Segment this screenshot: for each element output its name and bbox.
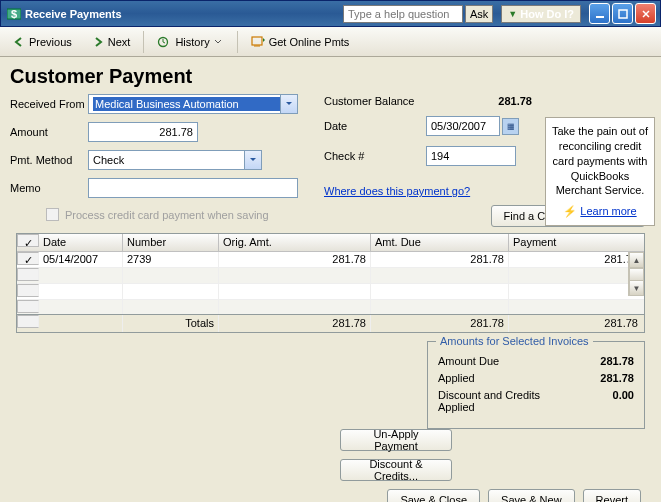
calendar-icon[interactable]: ▦ xyxy=(502,118,519,135)
customer-balance-label: Customer Balance xyxy=(324,95,426,107)
table-row[interactable] xyxy=(17,300,644,315)
save-close-button[interactable]: Save & Close xyxy=(387,489,480,502)
header-orig-amt[interactable]: Orig. Amt. xyxy=(219,234,371,251)
save-new-button[interactable]: Save & New xyxy=(488,489,575,502)
chevron-down-icon[interactable] xyxy=(280,95,297,113)
header-date[interactable]: Date xyxy=(39,234,123,251)
previous-button[interactable]: Previous xyxy=(4,30,81,54)
discount-applied-value: 0.00 xyxy=(613,389,634,413)
customer-balance-value: 281.78 xyxy=(426,95,536,107)
minimize-button[interactable] xyxy=(589,3,610,24)
totals-label: Totals xyxy=(123,315,219,332)
svg-rect-3 xyxy=(619,10,627,18)
help-search-input[interactable] xyxy=(343,5,463,23)
date-input[interactable] xyxy=(426,116,500,136)
get-online-pmts-button[interactable]: Get Online Pmts xyxy=(242,30,359,54)
maximize-button[interactable] xyxy=(612,3,633,24)
totals-payment: 281.78 xyxy=(509,315,644,332)
selected-invoices-legend: Amounts for Selected Invoices xyxy=(436,335,593,347)
page-title: Customer Payment xyxy=(10,65,651,88)
chevron-down-icon xyxy=(214,39,224,45)
where-payment-go-link[interactable]: Where does this payment go? xyxy=(324,185,536,197)
svg-rect-7 xyxy=(252,37,262,45)
chevron-down-icon: ▼ xyxy=(508,9,517,19)
svg-rect-2 xyxy=(596,16,604,18)
totals-orig: 281.78 xyxy=(219,315,371,332)
next-button[interactable]: Next xyxy=(83,30,140,54)
process-cc-label: Process credit card payment when saving xyxy=(65,209,269,221)
header-number[interactable]: Number xyxy=(123,234,219,251)
check-no-label: Check # xyxy=(324,150,426,162)
pmt-method-label: Pmt. Method xyxy=(10,154,88,166)
history-button[interactable]: History xyxy=(148,30,232,54)
memo-input[interactable] xyxy=(88,178,298,198)
chevron-down-icon[interactable] xyxy=(244,151,261,169)
check-no-input[interactable] xyxy=(426,146,516,166)
header-check[interactable]: ✓ xyxy=(17,234,39,247)
pmt-method-combo[interactable]: Check xyxy=(88,150,262,170)
amount-input[interactable] xyxy=(88,122,198,142)
table-row[interactable] xyxy=(17,284,644,300)
table-row[interactable] xyxy=(17,268,644,284)
received-from-label: Received From xyxy=(10,98,88,110)
promo-panel: Take the pain out of reconciling credit … xyxy=(545,117,655,226)
how-do-i-dropdown[interactable]: ▼ How Do I? xyxy=(501,5,581,23)
date-label: Date xyxy=(324,120,426,132)
applied-value: 281.78 xyxy=(600,372,634,384)
close-button[interactable] xyxy=(635,3,656,24)
totals-due: 281.78 xyxy=(371,315,509,332)
svg-text:$: $ xyxy=(11,8,17,20)
scroll-up-icon[interactable]: ▲ xyxy=(629,252,644,268)
discount-credits-button[interactable]: Discount & Credits... xyxy=(340,459,452,481)
amount-label: Amount xyxy=(10,126,88,138)
grid-scrollbar[interactable]: ▲ ▼ xyxy=(628,252,644,296)
un-apply-payment-button[interactable]: Un-Apply Payment xyxy=(340,429,452,451)
header-amt-due[interactable]: Amt. Due xyxy=(371,234,509,251)
process-cc-checkbox xyxy=(46,208,59,221)
arrow-right-icon xyxy=(92,36,104,48)
window-title: Receive Payments xyxy=(25,8,122,20)
online-pmts-icon xyxy=(251,36,265,48)
receive-payments-icon: $ xyxy=(7,7,21,21)
amount-due-value: 281.78 xyxy=(600,355,634,367)
scroll-down-icon[interactable]: ▼ xyxy=(629,280,644,296)
header-payment[interactable]: Payment xyxy=(509,234,644,251)
learn-more-link[interactable]: Learn more xyxy=(580,204,636,219)
received-from-combo[interactable]: Medical Business Automation xyxy=(88,94,298,114)
invoice-grid[interactable]: ✓ Date Number Orig. Amt. Amt. Due Paymen… xyxy=(16,233,645,315)
ask-button[interactable]: Ask xyxy=(465,5,493,23)
revert-button[interactable]: Revert xyxy=(583,489,641,502)
table-row[interactable]: ✓ 05/14/2007 2739 281.78 281.78 281.78 xyxy=(17,252,644,268)
lightning-icon: ⚡ xyxy=(563,204,577,219)
memo-label: Memo xyxy=(10,182,88,194)
history-icon xyxy=(157,36,171,48)
arrow-left-icon xyxy=(13,36,25,48)
